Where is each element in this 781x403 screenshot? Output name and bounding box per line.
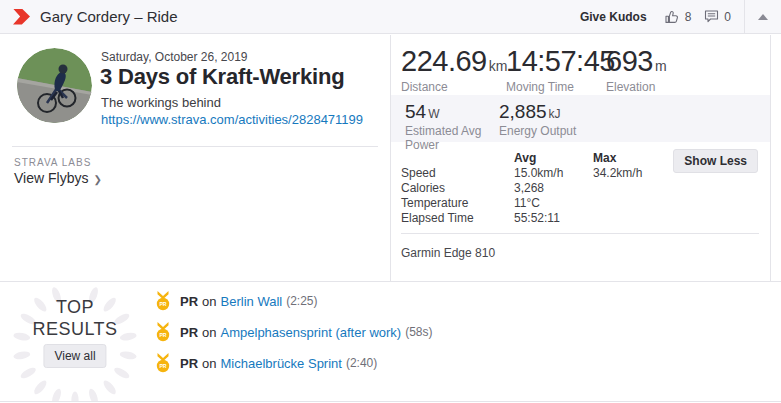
top-results-title: TOP RESULTS: [8, 296, 142, 340]
power-value: 54: [405, 101, 426, 122]
secondary-stats: 54W Estimated Avg Power 2,885kJ Energy O…: [391, 95, 770, 142]
top-results-line2: RESULTS: [8, 318, 142, 340]
stat-elevation: 693m Elevation: [606, 45, 667, 94]
cyclist-photo: [17, 48, 92, 123]
activity-summary: Saturday, October 26, 2019 3 Days of Kra…: [0, 35, 390, 281]
row-avg: 11°C: [514, 196, 593, 211]
stat-distance: 224.69km Distance: [401, 45, 506, 94]
pr-on: on: [202, 294, 216, 309]
give-kudos-button[interactable]: Give Kudos: [580, 10, 647, 24]
pr-list: PR PR on Berlin Wall (2:25) PR PR on Amp…: [155, 289, 433, 382]
moving-time-value: 14:57:45: [506, 45, 615, 77]
details-table: Avg Max Speed 15.0km/h 34.2km/h Calories…: [401, 151, 713, 226]
segment-link[interactable]: Ampelphasensprint (after work): [221, 325, 402, 340]
pr-item: PR PR on Michaelbrücke Sprint (2:40): [155, 351, 433, 375]
activity-description: The workings behind: [101, 95, 221, 110]
row-avg: 15.0km/h: [514, 166, 593, 181]
pr-item: PR PR on Ampelphasensprint (after work) …: [155, 320, 433, 344]
thumbs-up-icon: [664, 9, 680, 25]
svg-text:PR: PR: [159, 301, 166, 307]
kudos-count: 8: [685, 10, 692, 24]
distance-label: Distance: [401, 80, 506, 94]
comment-icon: [704, 9, 719, 24]
elevation-value: 693: [606, 45, 653, 77]
row-label: Temperature: [401, 196, 514, 211]
segment-time: (58s): [405, 325, 432, 339]
collapse-button[interactable]: [745, 0, 781, 33]
row-avg: 3,268: [514, 181, 593, 196]
strava-arrow-icon: [13, 9, 30, 25]
segment-link[interactable]: Michaelbrücke Sprint: [221, 356, 342, 371]
chevron-up-icon: [758, 14, 768, 20]
header-actions: Give Kudos 8 0: [580, 0, 781, 33]
comments-counter[interactable]: 0: [704, 9, 731, 24]
segment-time: (2:25): [286, 294, 317, 308]
kudos-counter[interactable]: 8: [664, 9, 692, 25]
chevron-right-icon: ❯: [93, 174, 101, 185]
divider: [12, 146, 378, 147]
show-less-button[interactable]: Show Less: [673, 149, 758, 173]
header-title: Gary Cordery – Ride: [40, 8, 178, 25]
pr-label: PR: [180, 325, 198, 340]
view-all-button[interactable]: View all: [43, 344, 106, 368]
stat-avg-power: 54W Estimated Avg Power: [405, 101, 499, 142]
pr-on: on: [202, 325, 216, 340]
view-flybys-label: View Flybys: [14, 170, 88, 186]
stat-moving-time: 14:57:45 Moving Time: [506, 45, 606, 94]
row-max: [593, 211, 713, 226]
view-flybys-link[interactable]: View Flybys❯: [14, 170, 102, 186]
table-corner: [401, 151, 514, 166]
distance-value: 224.69: [401, 45, 487, 77]
comment-count: 0: [724, 10, 731, 24]
row-label: Speed: [401, 166, 514, 181]
row-max: [593, 181, 713, 196]
top-results-wreath: TOP RESULTS View all: [8, 284, 142, 402]
svg-text:PR: PR: [159, 332, 166, 338]
top-results-line1: TOP: [8, 296, 142, 318]
activity-date: Saturday, October 26, 2019: [101, 50, 248, 64]
elevation-unit: m: [655, 58, 667, 74]
segment-time: (2:40): [346, 356, 377, 370]
activity-stats-panel: 224.69km Distance 14:57:45 Moving Time 6…: [390, 35, 771, 281]
row-max: [593, 196, 713, 211]
moving-time-label: Moving Time: [506, 80, 606, 94]
activity-header: Gary Cordery – Ride Give Kudos 8 0: [0, 0, 781, 34]
pr-medal-icon: PR: [155, 353, 171, 373]
row-avg: 55:52:11: [514, 211, 593, 226]
top-results-section: TOP RESULTS View all PR PR on Berlin Wal…: [0, 281, 781, 402]
pr-medal-icon: PR: [155, 291, 171, 311]
divider: [401, 233, 759, 234]
elevation-label: Elevation: [606, 80, 667, 94]
energy-label: Energy Output: [499, 124, 584, 138]
row-label: Elapsed Time: [401, 211, 514, 226]
activity-title: 3 Days of Kraft-Werking: [100, 64, 344, 90]
segment-link[interactable]: Berlin Wall: [221, 294, 283, 309]
pr-medal-icon: PR: [155, 322, 171, 342]
pr-label: PR: [180, 294, 198, 309]
stat-energy-output: 2,885kJ Energy Output: [499, 101, 584, 142]
energy-value: 2,885: [499, 101, 547, 122]
power-label: Estimated Avg Power: [405, 124, 490, 152]
col-header-avg: Avg: [514, 151, 593, 166]
activity-card: Saturday, October 26, 2019 3 Days of Kra…: [0, 35, 781, 281]
pr-item: PR PR on Berlin Wall (2:25): [155, 289, 433, 313]
athlete-avatar[interactable]: [17, 48, 92, 123]
pr-label: PR: [180, 356, 198, 371]
strava-labs-label: STRAVA LABS: [14, 157, 91, 168]
power-unit: W: [428, 107, 439, 121]
energy-unit: kJ: [549, 107, 561, 121]
distance-unit: km: [489, 58, 508, 74]
svg-text:PR: PR: [159, 363, 166, 369]
primary-stats: 224.69km Distance 14:57:45 Moving Time 6…: [391, 45, 667, 94]
row-label: Calories: [401, 181, 514, 196]
device-name: Garmin Edge 810: [401, 246, 495, 260]
pr-on: on: [202, 356, 216, 371]
activity-link[interactable]: https://www.strava.com/activities/282847…: [101, 112, 363, 127]
